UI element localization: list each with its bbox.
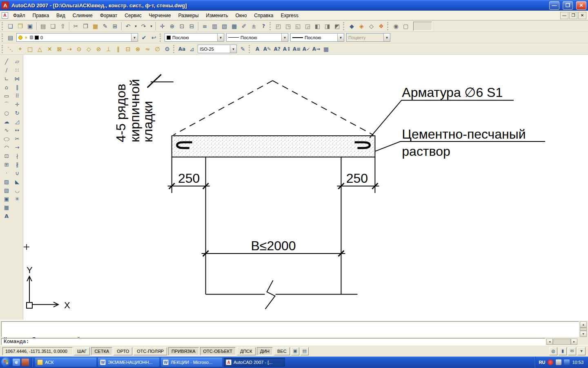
dimstyle-combo[interactable]: ISO-25 ▾ — [198, 45, 237, 53]
region-button[interactable]: ▣ — [2, 195, 11, 203]
edit-text-button[interactable]: А✎ — [263, 44, 272, 54]
mdi-restore-button[interactable]: ❐ — [569, 12, 577, 19]
model-space-button[interactable]: ▣ — [291, 347, 299, 355]
dyn-toggle[interactable]: ДИН — [257, 347, 273, 355]
diamond-icon-button-4[interactable]: ❖ — [376, 21, 386, 31]
snap-none-button[interactable]: ∅ — [153, 44, 162, 54]
communication-center-icon[interactable]: ◍ — [549, 347, 557, 355]
command-hscrollbar[interactable]: ◂ ▸ — [546, 339, 577, 345]
cut-button[interactable]: ✂ — [71, 21, 80, 31]
mdi-close-button[interactable]: ✕ — [578, 12, 586, 19]
zoom-realtime-button[interactable]: ⊕ — [167, 21, 177, 31]
trim-button[interactable]: ✂ — [12, 135, 22, 143]
toolbar-grip[interactable] — [160, 34, 162, 42]
hscrollbar-track[interactable] — [553, 339, 571, 345]
language-indicator[interactable]: RU — [539, 360, 546, 365]
menu-dimension[interactable]: Размеры — [175, 11, 202, 20]
taskbar-item-word-2[interactable]: W ЛЕКЦИИ - Microso... — [161, 358, 222, 367]
grid-toggle[interactable]: СЕТКА — [91, 347, 112, 355]
snap-insertion-button[interactable]: ⊡ — [123, 44, 133, 54]
construction-line-button[interactable]: ∕ — [2, 66, 11, 74]
mortar-label-line1[interactable]: Цементно-песчаный — [402, 127, 526, 141]
toolbar-grip[interactable] — [249, 45, 251, 53]
toolbar-grip[interactable] — [387, 22, 389, 30]
menu-help[interactable]: Справка — [251, 11, 276, 20]
command-history[interactable]: Команда: Противоположный угол: Команда: … — [1, 321, 579, 337]
move-button[interactable]: ✛ — [12, 100, 22, 109]
dim-update-button[interactable]: ✎ — [238, 44, 247, 54]
mtext-button[interactable]: A — [2, 212, 11, 220]
cube-icon-button-1[interactable]: ◰ — [274, 21, 283, 31]
snap-intersection-button[interactable]: ✕ — [45, 44, 54, 54]
find-text-button[interactable]: А? — [272, 44, 282, 54]
undo-button[interactable]: ↶ — [123, 21, 133, 31]
quickcalc-button[interactable]: ± — [249, 21, 258, 31]
redo-dropdown-button[interactable]: ▾ — [149, 21, 154, 31]
status-tray-icon[interactable]: ✉ — [568, 347, 576, 355]
toolbar-lock-icon[interactable]: ▮ — [559, 347, 567, 355]
linetype-combo[interactable]: Послою ▾ — [226, 33, 288, 42]
markup-set-button[interactable]: ✐ — [239, 21, 249, 31]
block-editor-button[interactable]: ⊞ — [110, 21, 120, 31]
chamfer-button[interactable]: ◣ — [12, 177, 22, 186]
drawing-file-icon[interactable] — [2, 12, 8, 19]
snap-quadrant-button[interactable]: ◇ — [84, 44, 94, 54]
snap-endpoint-button[interactable]: □ — [25, 44, 35, 54]
otrack-toggle[interactable]: ОТС-ОБЪЕКТ — [200, 347, 236, 355]
command-vscrollbar[interactable]: ▴ ▾ — [580, 321, 587, 337]
toolbar-grip[interactable] — [2, 45, 4, 53]
help-button[interactable]: ? — [259, 21, 268, 31]
cube-icon-button-2[interactable]: ◳ — [283, 21, 293, 31]
cube-icon-button-6[interactable]: ◨ — [323, 21, 332, 31]
toolbar-grip[interactable] — [270, 22, 272, 30]
lintel[interactable] — [172, 136, 375, 157]
polygon-button[interactable]: ⌂ — [2, 83, 11, 92]
cube-icon-button-7[interactable]: ◩ — [332, 21, 342, 31]
snap-node-button[interactable]: ⊗ — [133, 44, 143, 54]
menu-draw[interactable]: Черчение — [145, 11, 174, 20]
tray-icon[interactable] — [564, 359, 570, 365]
drawing-area[interactable]: Арматура ∅6 S1 Цементно-песчаный раствор… — [23, 55, 588, 320]
array-button[interactable]: ⠿ — [12, 92, 22, 100]
clock[interactable]: 10:53 — [572, 360, 584, 365]
color-combo-arrow[interactable]: ▾ — [217, 34, 224, 41]
scroll-right-button[interactable]: ▸ — [571, 339, 577, 345]
color-combo[interactable]: Послою ▾ — [165, 33, 224, 42]
dim-width-text[interactable]: B≤2000 — [251, 238, 296, 253]
pan-button[interactable]: ✛ — [158, 21, 167, 31]
mortar-label-line2[interactable]: раствор — [402, 144, 450, 159]
restore-button[interactable]: ❐ — [563, 1, 573, 10]
mirror-button[interactable]: ⋈ — [12, 74, 22, 83]
circle-button[interactable]: ○ — [2, 109, 11, 117]
revision-cloud-button[interactable]: ☁ — [2, 117, 11, 126]
snap-nearest-button[interactable]: ≈ — [143, 44, 152, 54]
quick-launch-browser-icon[interactable]: e — [13, 359, 20, 366]
make-block-button[interactable]: ⊞ — [2, 160, 11, 169]
zoom-window-button[interactable]: ⊡ — [177, 21, 187, 31]
polyline-button[interactable]: ∟ — [2, 74, 11, 83]
spell-check-button[interactable]: А✓ — [302, 44, 311, 54]
break-symbol[interactable] — [265, 280, 275, 309]
tool-palettes-button[interactable]: ▧ — [220, 21, 229, 31]
join-button[interactable]: ∪ — [12, 169, 22, 177]
command-input[interactable]: Команда: — [1, 338, 546, 345]
tray-icon[interactable] — [548, 359, 553, 365]
justify-text-button[interactable]: А≡ — [292, 44, 301, 54]
quick-launch-icon[interactable] — [22, 359, 29, 366]
arc-button[interactable]: ⌒ — [2, 100, 11, 109]
zoom-previous-button[interactable]: ⊟ — [187, 21, 196, 31]
coordinate-display[interactable]: 1067.4446, -1171.3511, 0.0000 — [2, 347, 73, 355]
break-at-point-button[interactable]: ∤ — [12, 152, 22, 160]
text-style-button[interactable]: Аа — [177, 44, 187, 54]
rebar-label[interactable]: Арматура ∅6 S1 — [402, 85, 503, 100]
taskbar-item-autocad[interactable]: A AutoCAD 2007 - [... — [224, 358, 285, 367]
table-button[interactable]: ▦ — [321, 44, 331, 54]
scale-button[interactable]: ◿ — [12, 117, 22, 126]
designcenter-button[interactable]: ▥ — [210, 21, 219, 31]
minimize-button[interactable]: — — [549, 1, 559, 10]
menu-view[interactable]: Вид — [53, 11, 69, 20]
table-create-button[interactable]: ▦ — [2, 203, 11, 212]
toolbar-grip[interactable] — [343, 22, 345, 30]
dim-left-text[interactable]: 250 — [178, 171, 200, 186]
snap-apparent-intersection-button[interactable]: ⊠ — [55, 44, 64, 54]
